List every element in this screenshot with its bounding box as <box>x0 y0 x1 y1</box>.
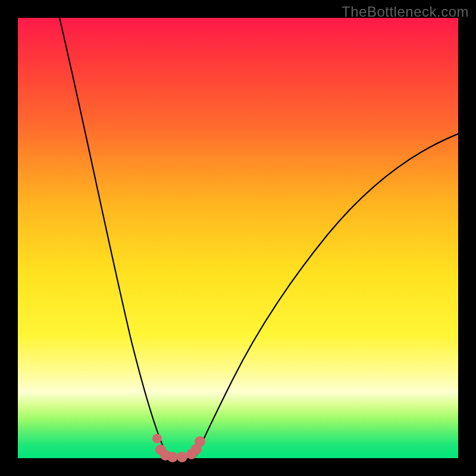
plot-area <box>18 18 458 458</box>
curve-layer <box>18 18 458 458</box>
chart-container: TheBottleneck.com <box>0 0 476 476</box>
optimal-zone-markers <box>152 434 205 462</box>
left-branch-curve <box>60 18 167 455</box>
svg-point-4 <box>177 452 187 462</box>
svg-point-3 <box>167 452 178 462</box>
right-branch-curve <box>196 134 458 455</box>
svg-point-7 <box>195 436 205 447</box>
svg-point-0 <box>152 434 162 443</box>
